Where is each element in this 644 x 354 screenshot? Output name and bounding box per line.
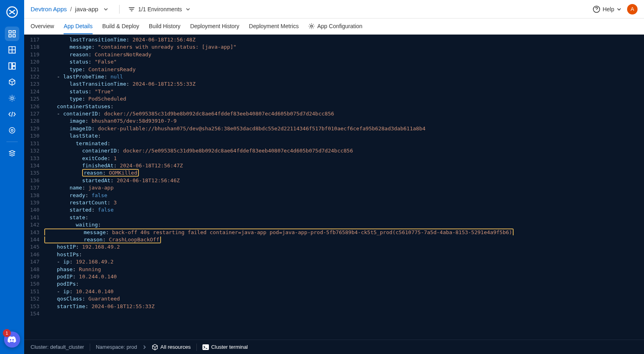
tab-overview[interactable]: Overview xyxy=(31,19,54,34)
code-line: 148 phase: Running xyxy=(24,266,644,273)
code-line: 141 state: xyxy=(24,214,644,221)
sidebar-cube-icon[interactable] xyxy=(5,75,19,89)
svg-rect-4 xyxy=(13,35,15,37)
svg-rect-8 xyxy=(9,63,12,69)
svg-rect-19 xyxy=(202,344,209,350)
code-line: 138 ready: false xyxy=(24,192,644,199)
code-line: 118 message: "containers with unready st… xyxy=(24,43,644,51)
code-line: 154 xyxy=(24,310,644,317)
code-line: 132 containerID: docker://5e095385c31d9b… xyxy=(24,147,644,154)
gear-icon xyxy=(308,23,315,29)
svg-point-12 xyxy=(9,128,15,133)
code-line: 117 lastTransitionTime: 2024-06-18T12:56… xyxy=(24,36,644,43)
env-filter-label: 1/1 Environments xyxy=(138,6,182,12)
sidebar-divider xyxy=(6,142,18,142)
avatar-initial: A xyxy=(631,6,634,12)
breadcrumb-sep: / xyxy=(68,6,73,12)
code-line: 153 startTime: 2024-06-18T12:55:33Z xyxy=(24,303,644,310)
footer-all-resources-label: All resources xyxy=(161,344,191,350)
footer-all-resources[interactable]: All resources xyxy=(152,344,191,350)
footer-namespace: Namespace: prod xyxy=(96,344,137,350)
sidebar-group-icon[interactable] xyxy=(5,59,19,73)
breadcrumb-root[interactable]: Devtron Apps xyxy=(31,6,67,12)
sidebar-chart-icon[interactable] xyxy=(5,43,19,57)
help-label: Help xyxy=(603,6,614,12)
tab-app-details[interactable]: App Details xyxy=(64,19,93,34)
code-line: 149 podIP: 10.244.0.140 xyxy=(24,273,644,280)
code-line: 150 podIPs: xyxy=(24,280,644,288)
terminal-icon xyxy=(202,344,209,350)
footer-sep xyxy=(90,344,90,351)
app-dropdown-chevron[interactable] xyxy=(101,6,110,12)
svg-point-11 xyxy=(11,97,13,99)
svg-point-13 xyxy=(11,130,13,132)
svg-point-18 xyxy=(311,25,313,27)
tab-deployment-history[interactable]: Deployment History xyxy=(190,19,239,34)
svg-rect-9 xyxy=(12,63,15,66)
code-line: 145 hostIP: 192.168.49.2 xyxy=(24,243,644,251)
yaml-viewer[interactable]: 117 lastTransitionTime: 2024-06-18T12:56… xyxy=(24,35,644,340)
topbar: Devtron Apps / java-app 1/1 Environments… xyxy=(24,0,644,19)
tab-build-deploy[interactable]: Build & Deploy xyxy=(102,19,139,34)
tab-build-history[interactable]: Build History xyxy=(149,19,181,34)
tab-app-configuration[interactable]: App Configuration xyxy=(308,19,362,34)
left-sidebar: 1 xyxy=(0,0,24,354)
code-line: 152 qosClass: Guaranteed xyxy=(24,295,644,303)
avatar[interactable]: A xyxy=(627,4,638,14)
footer-sep xyxy=(196,344,197,351)
code-line: 130 lastState: xyxy=(24,132,644,140)
discord-badge[interactable]: 1 xyxy=(4,331,20,348)
code-line: 122 - lastProbeTime: null xyxy=(24,73,644,80)
code-line: 120 status: "False" xyxy=(24,58,644,66)
code-line: 126 containerStatuses: xyxy=(24,103,644,110)
tab-app-config-label: App Configuration xyxy=(317,23,362,29)
filter-icon xyxy=(128,6,135,12)
separator xyxy=(119,5,120,14)
svg-rect-2 xyxy=(13,31,15,33)
main-panel: Devtron Apps / java-app 1/1 Environments… xyxy=(24,0,644,354)
nav-tabs: Overview App Details Build & Deploy Buil… xyxy=(24,19,644,35)
sidebar-settings-icon[interactable] xyxy=(5,123,19,138)
code-line: 143 message: back-off 40s restarting fai… xyxy=(24,229,644,236)
sidebar-code-icon[interactable] xyxy=(5,107,19,121)
sidebar-stack-icon[interactable] xyxy=(5,146,19,161)
svg-rect-1 xyxy=(9,31,11,33)
svg-rect-3 xyxy=(9,35,11,37)
code-line: 127 - containerID: docker://5e095385c31d… xyxy=(24,110,644,117)
code-line: 129 imageID: docker-pullable://bhushan07… xyxy=(24,125,644,132)
code-line: 123 lastTransitionTime: 2024-06-18T12:55… xyxy=(24,80,644,88)
code-line: 140 started: false xyxy=(24,206,644,214)
svg-rect-10 xyxy=(12,66,15,69)
chevron-right-icon xyxy=(143,345,146,350)
cube-icon xyxy=(152,344,158,350)
devtron-logo[interactable] xyxy=(6,6,19,19)
code-line: 139 restartCount: 3 xyxy=(24,199,644,206)
help-button[interactable]: Help xyxy=(593,6,621,13)
breadcrumb-app[interactable]: java-app xyxy=(75,6,99,12)
code-line: 131 terminated: xyxy=(24,140,644,147)
code-line: 136 startedAt: 2024-06-18T12:56:46Z xyxy=(24,177,644,184)
environment-filter[interactable]: 1/1 Environments xyxy=(128,6,191,12)
chevron-down-icon xyxy=(185,6,191,12)
footer-cluster-terminal-label: Cluster terminal xyxy=(211,344,248,350)
footer-cluster-terminal[interactable]: Cluster terminal xyxy=(202,344,248,350)
code-line: 125 type: PodScheduled xyxy=(24,95,644,103)
code-line: 128 image: bhushan075/dev:58d93910-7-9 xyxy=(24,117,644,125)
code-line: 134 finishedAt: 2024-06-18T12:56:47Z xyxy=(24,162,644,169)
code-line: 119 reason: ContainersNotReady xyxy=(24,51,644,58)
chevron-down-icon xyxy=(617,7,621,12)
footer-bar: Cluster: default_cluster Namespace: prod… xyxy=(24,340,644,354)
sidebar-apps-icon[interactable] xyxy=(5,27,19,41)
help-icon xyxy=(593,6,600,13)
footer-cluster: Cluster: default_cluster xyxy=(31,344,84,350)
tab-deployment-metrics[interactable]: Deployment Metrics xyxy=(249,19,299,34)
sidebar-gear-icon[interactable] xyxy=(5,91,19,105)
discord-notification-count: 1 xyxy=(3,329,11,337)
code-line: 144 reason: CrashLoopBackOff xyxy=(24,236,644,243)
code-line: 121 type: ContainersReady xyxy=(24,66,644,73)
code-line: 142 waiting: xyxy=(24,221,644,228)
code-line: 151 - ip: 10.244.0.140 xyxy=(24,288,644,295)
code-line: 133 exitCode: 1 xyxy=(24,155,644,162)
breadcrumb[interactable]: Devtron Apps / java-app xyxy=(31,6,98,12)
code-line: 124 status: "True" xyxy=(24,88,644,95)
